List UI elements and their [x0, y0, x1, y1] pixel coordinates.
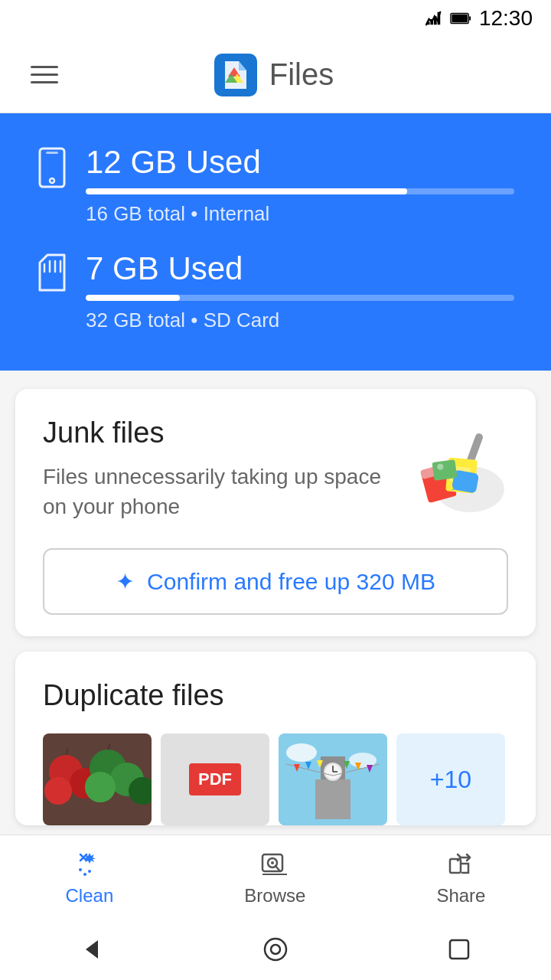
browse-icon [259, 848, 290, 879]
sdcard-storage-fill [86, 295, 180, 301]
svg-point-57 [79, 868, 82, 871]
sdcard-storage-icon [37, 253, 67, 292]
svg-point-41 [286, 743, 317, 762]
status-bar: 12:30 [0, 0, 551, 37]
duplicate-thumb-more[interactable]: +10 [396, 733, 505, 825]
svg-point-58 [83, 873, 86, 876]
junk-card-header: Junk files Files unnecessarily taking up… [43, 416, 508, 524]
svg-rect-5 [469, 16, 471, 21]
nav-browse[interactable]: Browse [226, 848, 324, 906]
svg-rect-28 [432, 459, 457, 481]
hamburger-line-1 [31, 66, 58, 68]
svg-point-33 [44, 777, 72, 805]
duplicate-files-card: Duplicate files [15, 652, 536, 825]
status-icons: 12:30 [425, 6, 533, 31]
junk-text-area: Junk files Files unnecessarily taking up… [43, 416, 389, 521]
hamburger-line-3 [31, 81, 58, 83]
sdcard-storage-total: 32 GB total • SD Card [86, 309, 514, 332]
internal-storage-used: 12 GB Used [86, 144, 514, 181]
app-logo [214, 54, 257, 96]
confirm-btn-text: Confirm and free up 320 MB [147, 569, 435, 595]
share-label: Share [436, 885, 485, 906]
more-count: +10 [430, 766, 471, 794]
junk-card-description: Files unnecessarily taking up space on y… [43, 462, 389, 521]
sdcard-storage-info: 7 GB Used 32 GB total • SD Card [86, 250, 514, 332]
svg-marker-1 [434, 16, 437, 24]
time-display: 12:30 [479, 6, 533, 31]
duplicate-thumb-apples[interactable] [43, 733, 152, 825]
back-button[interactable] [77, 934, 107, 965]
svg-marker-3 [427, 22, 430, 25]
svg-rect-6 [452, 15, 468, 22]
svg-point-59 [88, 870, 91, 873]
system-nav [0, 919, 551, 980]
internal-storage-bar [86, 188, 514, 194]
clean-label: Clean [66, 885, 114, 906]
pdf-badge: PDF [189, 763, 241, 795]
duplicate-images-row: PDF [43, 733, 508, 825]
junk-files-card: Junk files Files unnecessarily taking up… [15, 389, 536, 636]
internal-storage-item: 12 GB Used 16 GB total • Internal [37, 144, 514, 226]
duplicate-thumb-tower[interactable] [279, 733, 387, 825]
svg-marker-0 [438, 12, 441, 25]
internal-storage-total: 16 GB total • Internal [86, 202, 514, 226]
svg-rect-70 [450, 940, 468, 959]
phone-storage-icon [37, 147, 67, 188]
svg-point-68 [265, 939, 286, 960]
nav-share[interactable]: Share [418, 848, 504, 906]
duplicate-thumb-pdf[interactable]: PDF [161, 733, 269, 825]
menu-button[interactable] [24, 60, 64, 90]
sdcard-storage-item: 7 GB Used 32 GB total • SD Card [37, 250, 514, 332]
duplicate-card-title: Duplicate files [43, 679, 508, 712]
svg-rect-44 [315, 779, 350, 819]
cards-container: Junk files Files unnecessarily taking up… [0, 371, 551, 844]
hamburger-line-2 [31, 74, 58, 76]
nav-clean[interactable]: Clean [47, 848, 132, 906]
svg-marker-67 [86, 940, 98, 959]
svg-point-15 [50, 178, 54, 183]
app-title-area: Files [214, 54, 334, 96]
sparkle-icon: ✦ [116, 568, 135, 595]
browse-label: Browse [244, 885, 305, 906]
junk-illustration [401, 416, 508, 524]
sdcard-storage-used: 7 GB Used [86, 250, 514, 287]
app-bar: Files [0, 37, 551, 113]
home-button[interactable] [260, 934, 291, 965]
bottom-nav: Clean Browse Share [0, 835, 551, 919]
sdcard-storage-bar [86, 295, 514, 301]
svg-rect-65 [450, 859, 461, 873]
confirm-free-up-button[interactable]: ✦ Confirm and free up 320 MB [43, 548, 508, 615]
recents-button[interactable] [444, 934, 474, 965]
svg-rect-13 [40, 149, 64, 187]
storage-section: 12 GB Used 16 GB total • Internal [0, 113, 551, 371]
signal-icon [425, 10, 442, 27]
app-title: Files [269, 57, 334, 92]
svg-marker-2 [430, 19, 433, 24]
svg-point-69 [271, 945, 280, 954]
internal-storage-fill [86, 188, 407, 194]
svg-point-62 [271, 861, 274, 864]
svg-point-36 [85, 772, 116, 802]
internal-storage-info: 12 GB Used 16 GB total • Internal [86, 144, 514, 226]
clean-icon [74, 848, 105, 879]
svg-rect-14 [46, 152, 58, 154]
junk-card-title: Junk files [43, 416, 389, 449]
share-icon [445, 848, 476, 879]
battery-icon [450, 12, 471, 24]
